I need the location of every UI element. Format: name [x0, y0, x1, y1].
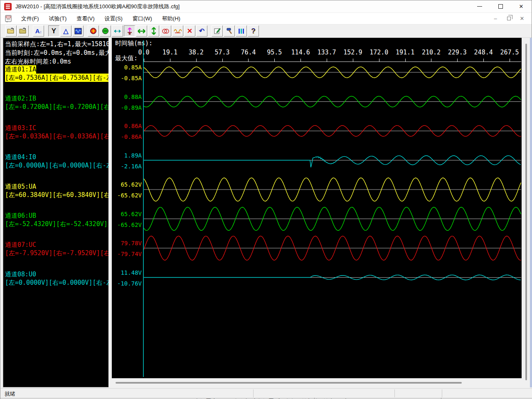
- open-file-button[interactable]: [5, 25, 17, 37]
- channel-row-IC[interactable]: 通道03:IC[左=-0.0336A][右=-0.0336A][右-: [5, 124, 109, 140]
- font-scale-button[interactable]: A↕: [33, 25, 44, 37]
- menu-item-设置[interactable]: 设置(S): [100, 13, 128, 24]
- channel-cursor-values: [左=-52.4320V][右=-52.4320V][: [5, 220, 109, 228]
- cursor-tool-button[interactable]: [124, 25, 135, 37]
- maximize-button[interactable]: [490, 0, 511, 12]
- single-wave-button[interactable]: [172, 25, 183, 37]
- channel-min-label: -0.89A: [112, 104, 142, 111]
- menu-item-查看[interactable]: 查看(V): [71, 13, 99, 24]
- channel-row-IB[interactable]: 通道02:IB[左=-0.7200A][右=-0.7200A][右-: [5, 94, 109, 111]
- channel-row-IA[interactable]: 通道01:IA[左=0.7536A][右=0.7536A][右-左: [5, 65, 109, 82]
- info-line-2: 当前时刻:左=0.0ms,右=0.0ms,最大: [5, 49, 109, 57]
- status-bar: 就绪: [0, 388, 532, 398]
- channel-title: 通道06:UB: [5, 212, 36, 220]
- statistics-bars-button[interactable]: [236, 25, 247, 37]
- waveform-plot[interactable]: [112, 38, 522, 378]
- channel-info-panel[interactable]: 当前采样点:左=1,右=1,最大=15810当前时刻:左=0.0ms,右=0.0…: [3, 38, 109, 387]
- tools-hammer-button[interactable]: [224, 25, 235, 37]
- expand-vertical-button[interactable]: [148, 25, 159, 37]
- channel-max-label: 0.86A: [112, 123, 142, 129]
- window-title: JBW2010 - [高阻消弧线圈接地系统1000欧姆A相90度非故障线路.cf…: [15, 3, 180, 10]
- close-button[interactable]: ✕: [511, 0, 532, 12]
- menu-item-文件[interactable]: 文件(F): [16, 13, 44, 24]
- channel-title: 通道02:IB: [5, 94, 36, 103]
- edit-report-button[interactable]: [212, 25, 223, 37]
- channel-min-label: -79.74V: [112, 251, 142, 257]
- delta-connection-button[interactable]: △: [60, 25, 71, 37]
- vertical-scrollbar[interactable]: [522, 38, 530, 387]
- channel-min-label: -2.16A: [112, 163, 142, 170]
- channel-max-label: 65.62V: [112, 211, 142, 217]
- waveform-I0: [144, 156, 521, 167]
- wye-connection-button[interactable]: Y: [48, 25, 59, 37]
- zoom-in-circle-button[interactable]: [88, 25, 99, 37]
- title-bar[interactable]: JBW2010 - [高阻消弧线圈接地系统1000欧姆A相90度非故障线路.cf…: [0, 0, 532, 13]
- info-line-3: 左右光标时间差:0.0ms: [5, 57, 109, 66]
- channel-max-label: 0.85A: [112, 64, 142, 71]
- overlay-waves-button[interactable]: [160, 25, 171, 37]
- background-window-edge: [530, 38, 532, 387]
- document-icon: [5, 15, 13, 22]
- open-file-alt-button[interactable]: [17, 25, 29, 37]
- channel-row-I0[interactable]: 通道04:I0[左=0.0000A][右=0.0000A][右-左: [5, 153, 109, 170]
- status-message: 就绪: [5, 390, 15, 398]
- channel-max-label: 0.88A: [112, 94, 142, 100]
- channel-title: 通道01:IA: [5, 65, 36, 74]
- app-icon: [4, 3, 12, 10]
- channel-title: 通道07:UC: [5, 241, 36, 249]
- channel-title: 通道08:U0: [5, 270, 36, 278]
- channel-cursor-values: [左=0.0000A][右=0.0000A][右-左: [5, 161, 109, 170]
- channel-max-label: 65.62V: [112, 181, 142, 188]
- info-line-1: 当前采样点:左=1,右=1,最大=15810: [5, 40, 109, 48]
- undo-button[interactable]: ↶: [196, 25, 207, 37]
- expand-horizontal-button[interactable]: [136, 25, 147, 37]
- minimize-button[interactable]: [469, 0, 490, 12]
- channel-title: 通道04:I0: [5, 153, 36, 161]
- menu-bar: 文件(F)试验(T)查看(V)设置(S)窗口(W)帮助(H) – ✕: [0, 13, 532, 25]
- channel-row-UA[interactable]: 通道05:UA[左=60.3840V][右=60.3840V][右-: [5, 182, 109, 199]
- channel-cursor-values: [左=0.7536A][右=0.7536A][右-左: [5, 74, 109, 82]
- channel-title: 通道05:UA: [5, 182, 36, 191]
- menu-item-帮助[interactable]: 帮助(H): [157, 13, 185, 24]
- toolbar: A↕Y△✕↶?: [0, 25, 532, 38]
- mdi-close-button[interactable]: ✕: [518, 15, 526, 22]
- channel-min-label: -10.76V: [112, 280, 142, 287]
- channel-min-label: -65.62V: [112, 192, 142, 199]
- help-button[interactable]: ?: [248, 25, 259, 37]
- menu-item-试验[interactable]: 试验(T): [44, 13, 72, 24]
- channel-max-label: 79.78V: [112, 240, 142, 246]
- channel-min-label: -65.62V: [112, 222, 142, 228]
- channel-max-label: 11.48V: [112, 269, 142, 276]
- channel-cursor-values: [左=-0.0336A][右=-0.0336A][右-: [5, 132, 109, 140]
- mdi-restore-button[interactable]: [505, 15, 512, 22]
- delete-button[interactable]: ✕: [184, 25, 195, 37]
- waveform-window-button[interactable]: [72, 25, 84, 37]
- channel-min-label: -0.86A: [112, 133, 142, 140]
- vertical-scrollbar-thumb[interactable]: [525, 44, 527, 380]
- channel-cursor-values: [左=60.3840V][右=60.3840V][右-: [5, 191, 109, 199]
- zoom-out-circle-button[interactable]: [100, 25, 111, 37]
- channel-row-UC[interactable]: 通道07:UC[左=-7.9520V][右=-7.9520V][右-: [5, 241, 109, 257]
- waveform-chart[interactable]: 时间轴(ms): 最大值: 0.019.138.257.376.495.5114…: [112, 38, 522, 387]
- horizontal-scrollbar-thumb[interactable]: [116, 382, 462, 384]
- app-window: JBW2010 - [高阻消弧线圈接地系统1000欧姆A相90度非故障线路.cf…: [0, 0, 532, 399]
- channel-cursor-values: [左=-0.7200A][右=-0.7200A][右-: [5, 103, 109, 111]
- channel-title: 通道03:IC: [5, 124, 36, 132]
- horizontal-scrollbar[interactable]: [112, 378, 522, 387]
- channel-cursor-values: [左=0.0000V][右=0.0000V][右-左: [5, 278, 109, 287]
- channel-row-UB[interactable]: 通道06:UB[左=-52.4320V][右=-52.4320V][: [5, 212, 109, 228]
- compress-horizontal-button[interactable]: [112, 25, 123, 37]
- channel-min-label: -0.85A: [112, 75, 142, 81]
- channel-row-U0[interactable]: 通道08:U0[左=0.0000V][右=0.0000V][右-左: [5, 270, 109, 287]
- client-area: 当前采样点:左=1,右=1,最大=15810当前时刻:左=0.0ms,右=0.0…: [0, 38, 532, 388]
- menu-item-窗口[interactable]: 窗口(W): [128, 13, 157, 24]
- mdi-minimize-button[interactable]: –: [492, 15, 499, 22]
- channel-cursor-values: [左=-7.9520V][右=-7.9520V][右-: [5, 249, 109, 257]
- channel-max-label: 1.89A: [112, 152, 142, 159]
